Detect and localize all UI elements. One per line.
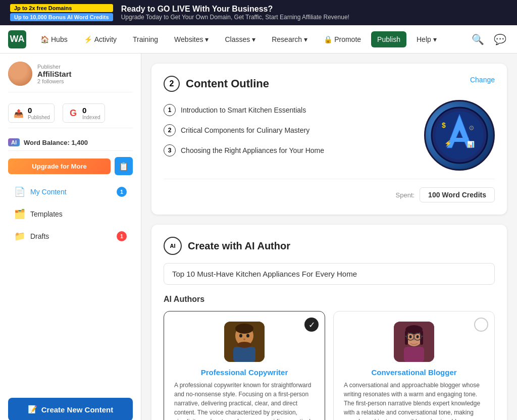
svg-text:⚡: ⚡ [444,139,452,147]
word-balance-row: AI Word Balance: 1,400 [8,134,133,151]
author-card-1[interactable]: ✓ [164,311,325,420]
outline-title: Content Outline [186,77,269,90]
hubs-icon: 🏠 [40,35,49,43]
nav-help[interactable]: Help ▾ [410,31,443,47]
author-2-desc: A conversational and approachable blogge… [344,381,484,420]
research-chevron-icon: ▾ [304,35,307,43]
svg-point-24 [413,339,415,340]
outline-header: 2 Content Outline Change [164,76,495,92]
nav-training[interactable]: Training [127,31,164,47]
classes-chevron-icon: ▾ [252,35,255,43]
create-icon: 📝 [28,405,37,414]
sidebar-item-my-content[interactable]: 📄 My Content 1 [8,181,133,202]
item-2-circle: 2 [164,124,176,136]
my-content-badge: 1 [117,187,127,197]
svg-point-14 [243,339,245,340]
ai-author-card: AI Create with AI Author AI Authors ✓ [151,225,507,420]
published-count: 0 [28,106,50,115]
svg-point-10 [235,324,253,334]
ai-author-header: AI Create with AI Author [164,237,495,255]
templates-label: Templates [30,210,127,218]
credits-row: Spent: 100 Word Credits [164,179,495,202]
change-link[interactable]: Change [470,76,495,84]
ai-author-title: Create with AI Author [188,240,290,252]
banner-subtext: Upgrade Today to Get Your Own Domain, Ge… [121,14,349,21]
item-3-circle: 3 [164,144,176,156]
username: AffiliStart [37,70,72,78]
author-2-name[interactable]: Conversational Blogger [344,368,484,377]
svg-rect-19 [405,331,408,345]
svg-rect-11 [233,347,255,362]
nav-promote[interactable]: 🔒 Promote [318,31,367,47]
banner-heading: Ready to GO LIVE With Your Business? [121,5,349,14]
item-2-text: Critical Components for Culinary Mastery [181,126,309,134]
published-icon: 📤 [13,107,25,119]
published-label: Published [28,115,50,120]
upgrade-button[interactable]: Upgrade for More [8,159,111,174]
nav-websites[interactable]: Websites ▾ [168,31,215,47]
svg-point-13 [246,334,249,338]
search-button[interactable]: 🔍 [469,30,487,48]
copy-button[interactable]: 📋 [115,157,133,175]
svg-text:$: $ [442,121,446,129]
stats-row: 📤 0 Published G 0 Indexed [8,98,133,128]
sidebar-nav: 📄 My Content 1 🗂️ Templates 📁 Drafts 1 [8,181,133,247]
create-new-content-button[interactable]: 📝 Create New Content [8,398,133,420]
ai-authors-label: AI Authors [164,295,495,304]
chat-button[interactable]: 💬 [491,30,509,48]
outline-item-1: 1 Introduction to Smart Kitchen Essentia… [164,100,414,120]
selected-checkmark-icon: ✓ [304,318,319,332]
svg-rect-21 [404,347,424,362]
profile-info: Publisher AffiliStart 2 followers [37,64,72,84]
ai-step-circle: AI [164,237,182,255]
indexed-stat: G 0 Indexed [63,103,105,123]
outline-item-3: 3 Choosing the Right Appliances for Your… [164,140,414,161]
nav-hubs[interactable]: 🏠 Hubs [34,31,74,47]
copy-icon: 📋 [119,162,129,171]
avatar [8,62,32,86]
nav-classes[interactable]: Classes ▾ [219,31,262,47]
svg-text:⚙: ⚙ [469,124,475,132]
badge-credits: Up to 10,000 Bonus AI Word Credits [10,13,113,21]
my-content-icon: 📄 [14,186,25,197]
outline-items: 1 Introduction to Smart Kitchen Essentia… [164,100,414,161]
svg-point-22 [409,335,412,338]
main-topic-input[interactable] [164,263,495,285]
publisher-label: Publisher [37,64,72,70]
badge-domains: Jp to 2x free Domains [10,4,113,12]
credits-value: 100 Word Credits [420,187,495,202]
navbar-actions: 🔍 💬 [469,30,509,48]
author-1-name[interactable]: Professional Copywriter [174,368,315,377]
websites-chevron-icon: ▾ [205,35,209,43]
sidebar-item-drafts[interactable]: 📁 Drafts 1 [8,226,133,247]
sidebar: Publisher AffiliStart 2 followers 📤 0 Pu… [0,54,141,420]
ai-badge: AI [8,138,20,146]
drafts-label: Drafts [30,232,112,240]
banner-badges: Jp to 2x free Domains Up to 10,000 Bonus… [10,4,113,21]
authors-grid: ✓ [164,311,495,420]
navbar: WA 🏠 Hubs ⚡ Activity Training Websites ▾… [0,25,517,54]
site-logo[interactable]: WA [8,30,26,48]
main-content: 2 Content Outline Change 1 Introduction … [141,54,517,420]
drafts-icon: 📁 [14,231,25,242]
nav-publish[interactable]: Publish [371,31,406,47]
author-1-desc: A professional copywriter known for stra… [174,381,315,420]
drafts-badge: 1 [117,231,127,241]
svg-rect-20 [420,331,423,345]
unselected-radio-icon [474,318,488,332]
indexed-label: Indexed [82,115,100,120]
author-1-avatar [224,322,265,362]
published-stat: 📤 0 Published [8,103,55,123]
activity-icon: ⚡ [84,35,92,43]
author-2-avatar [394,322,434,362]
promo-banner: Jp to 2x free Domains Up to 10,000 Bonus… [0,0,517,25]
lock-icon: 🔒 [324,35,332,43]
sidebar-item-templates[interactable]: 🗂️ Templates [8,203,133,225]
nav-research[interactable]: Research ▾ [266,31,314,47]
banner-text: Ready to GO LIVE With Your Business? Upg… [121,5,349,21]
page-layout: Publisher AffiliStart 2 followers 📤 0 Pu… [0,54,517,420]
outline-content: 1 Introduction to Smart Kitchen Essentia… [164,100,495,171]
author-card-2[interactable]: Conversational Blogger A conversational … [333,311,495,420]
nav-activity[interactable]: ⚡ Activity [78,31,123,47]
item-1-text: Introduction to Smart Kitchen Essentials [181,106,306,114]
